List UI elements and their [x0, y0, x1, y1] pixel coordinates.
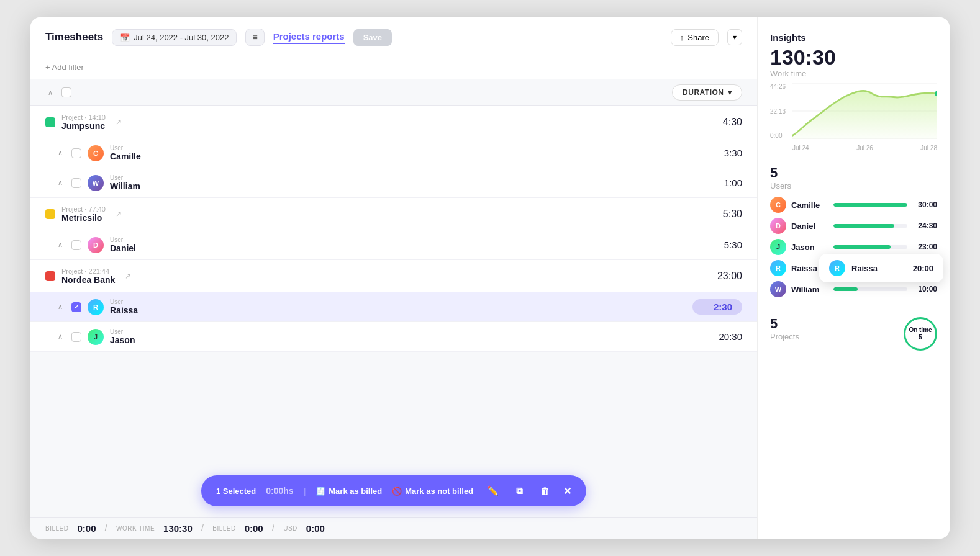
user-checkbox[interactable]	[71, 240, 81, 250]
project-row: Project · 221:44 Nordea Bank ↗ 23:00	[30, 260, 757, 292]
user-checkbox[interactable]	[71, 148, 81, 158]
on-time-badge: On time 5	[904, 317, 937, 351]
user-stat-row: J Jason 23:00	[770, 239, 937, 255]
add-filter-link[interactable]: + Add filter	[45, 63, 84, 72]
delete-icon-button[interactable]: 🗑	[537, 485, 553, 498]
user-stat-bar-wrap	[833, 224, 907, 228]
user-stat-row: W William 10:00	[770, 281, 937, 297]
mark-not-billed-button[interactable]: 🚫 Mark as not billed	[392, 486, 473, 496]
project-info: Project · 14:10 Jumpsunc	[61, 114, 106, 131]
tooltip-time: 20:00	[913, 264, 933, 273]
user-checkbox-checked[interactable]	[71, 302, 81, 312]
user-stat-bar	[833, 287, 858, 291]
tooltip-avatar: R	[829, 260, 845, 276]
user-checkbox[interactable]	[71, 178, 81, 188]
share-button[interactable]: ↑ Share	[671, 29, 719, 46]
user-stat-row-raissa: R Raissa 20:00 R Raissa 20:00	[770, 260, 937, 276]
project-info: Project · 77:40 Metricsilo	[61, 205, 106, 223]
work-time-label: Work time	[770, 69, 937, 78]
user-name: Camille	[110, 151, 141, 161]
chart-y-labels: 44:26 22:13 0:00	[770, 83, 790, 139]
calendar-icon: 📅	[120, 33, 130, 42]
users-count: 5	[770, 166, 937, 180]
user-stat-name: Jason	[791, 243, 828, 252]
user-stat-bar-wrap	[833, 287, 907, 291]
user-label-text: User	[110, 298, 138, 305]
user-label-text: User	[110, 328, 135, 335]
user-checkbox[interactable]	[71, 332, 81, 342]
project-name: Metricsilo	[61, 213, 106, 223]
project-duration: 23:00	[692, 271, 742, 282]
user-row-selected: ∧ R User Raissa 2:30	[30, 292, 757, 322]
users-label: Users	[770, 181, 937, 191]
user-collapse-button[interactable]: ∧	[55, 302, 65, 312]
user-stat-bar-wrap	[833, 245, 907, 249]
select-all-checkbox[interactable]	[61, 87, 71, 97]
user-stat-time: 30:00	[912, 200, 937, 209]
user-row: ∧ D User Daniel 5:30	[30, 230, 757, 260]
project-name: Jumpsunc	[61, 121, 106, 131]
user-collapse-button[interactable]: ∧	[55, 177, 65, 188]
billed-usd-value: 0:00	[245, 523, 263, 534]
user-duration: 3:30	[692, 148, 742, 158]
user-collapse-button[interactable]: ∧	[55, 331, 65, 342]
avatar: W	[88, 175, 104, 191]
external-link-icon[interactable]: ↗	[116, 210, 122, 218]
selection-bar: 1 Selected 0:00hs | 🧾 Mark as billed 🚫 M…	[201, 475, 586, 506]
user-collapse-button[interactable]: ∧	[55, 240, 65, 250]
avatar: C	[770, 197, 786, 213]
users-section: 5 Users C Camille 30:00 D Daniel 24:30	[770, 166, 937, 302]
mark-billed-button[interactable]: 🧾 Mark as billed	[315, 486, 382, 496]
work-time-value: 130:30	[163, 523, 193, 534]
insights-panel: Insights 130:30 Work time 44:26 22:13 0:…	[757, 17, 950, 539]
user-duration-badge: 2:30	[692, 299, 742, 315]
project-row: Project · 77:40 Metricsilo ↗ 5:30	[30, 198, 757, 230]
user-collapse-button[interactable]: ∧	[55, 148, 65, 158]
external-link-icon[interactable]: ↗	[125, 272, 131, 280]
chevron-down-icon: ▾	[728, 88, 732, 97]
project-duration: 4:30	[692, 117, 742, 128]
work-time-chart: 44:26 22:13 0:00	[770, 83, 937, 151]
bill-icon: 🧾	[315, 486, 325, 496]
user-stat-bar	[833, 203, 907, 207]
projects-section: 5 Projects On time 5	[770, 317, 937, 351]
filter-bar: + Add filter	[30, 55, 757, 79]
chart-x-labels: Jul 24 Jul 26 Jul 28	[792, 145, 937, 151]
user-stat-bar	[833, 224, 894, 228]
user-stat-row: D Daniel 24:30	[770, 218, 937, 234]
avatar: J	[88, 329, 104, 345]
user-name: Daniel	[110, 243, 136, 253]
duration-label: DURATION	[683, 88, 724, 97]
table-area: ∧ DURATION ▾ Project · 14:10 Jumpsunc	[30, 79, 757, 517]
page-title: Timesheets	[45, 31, 103, 43]
collapse-all-button[interactable]: ∧	[45, 87, 55, 98]
close-selection-button[interactable]: ✕	[563, 485, 571, 497]
edit-icon-button[interactable]: ✏️	[483, 484, 502, 498]
y-label-low: 0:00	[770, 132, 790, 139]
date-range-text: Jul 24, 2022 - Jul 30, 2022	[134, 33, 229, 42]
billed-usd-label: BILLED	[212, 525, 235, 532]
work-time-label: WORK TIME	[116, 525, 155, 532]
user-name: William	[110, 181, 140, 191]
copy-icon-button[interactable]: ⧉	[512, 484, 527, 498]
avatar: D	[88, 237, 104, 253]
user-stat-time: 10:00	[912, 285, 937, 294]
project-color-dot	[45, 271, 55, 281]
filter-button[interactable]: ≡	[245, 29, 264, 46]
tooltip-name: Raissa	[851, 264, 907, 273]
project-color-dot	[45, 209, 55, 219]
save-button[interactable]: Save	[353, 29, 392, 46]
project-color-dot	[45, 117, 55, 127]
share-icon: ↑	[680, 33, 684, 42]
share-chevron-button[interactable]: ▾	[727, 29, 742, 45]
avatar: J	[770, 239, 786, 255]
user-label-text: User	[110, 236, 136, 243]
date-range-button[interactable]: 📅 Jul 24, 2022 - Jul 30, 2022	[112, 29, 237, 46]
projects-label: Projects	[770, 332, 799, 341]
duration-sort-button[interactable]: DURATION ▾	[672, 84, 742, 101]
user-stat-time: 23:00	[912, 243, 937, 251]
work-time-total: 130:30	[770, 47, 937, 68]
table-header: ∧ DURATION ▾	[30, 79, 757, 106]
usd-value: 0:00	[306, 523, 325, 534]
external-link-icon[interactable]: ↗	[116, 118, 122, 127]
